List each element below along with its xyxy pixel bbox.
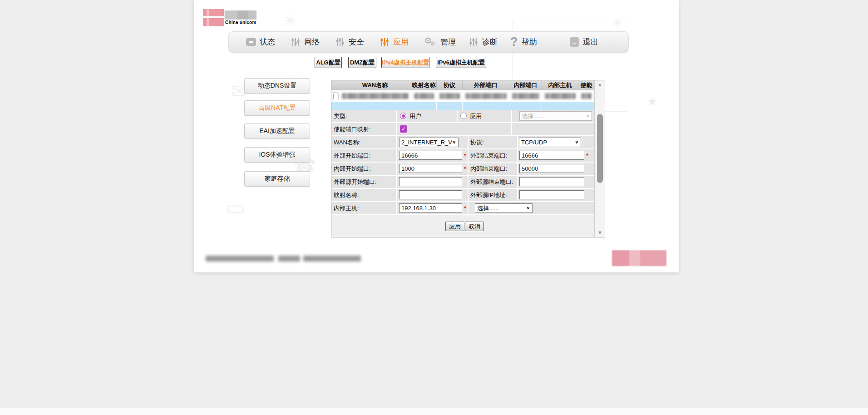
source-ip-input[interactable] xyxy=(519,190,584,199)
app-select[interactable]: 选择...... ∨ xyxy=(519,111,592,121)
nav-label: 退出 xyxy=(583,37,598,47)
radio-app-label: 应用 xyxy=(470,110,482,122)
cell-map-name: ---- xyxy=(411,102,437,110)
form-row-type: 类型: 用户 应用 选择...... ∨ xyxy=(331,110,594,122)
col-internal-host: 内部主机 xyxy=(542,80,578,90)
col-wan-name: WAN名称 xyxy=(339,80,411,90)
nav-item-management[interactable]: ⚙⚙ 管理 xyxy=(424,32,456,52)
scroll-down-icon[interactable]: ▼ xyxy=(595,230,605,235)
nav-item-diagnosis[interactable]: 诊断 xyxy=(469,32,498,52)
sparkle-watermark-icon: ✳ xyxy=(612,15,623,30)
form-row-source-ports: 外部源开始端口: 外部源结束端口: xyxy=(331,176,594,188)
cell-protocol: ---- xyxy=(437,102,463,110)
scrollbar-thumb[interactable] xyxy=(597,114,603,183)
internal-start-port-input[interactable] xyxy=(399,164,462,173)
content-page: ✳ ✉ ☎ ✳ ★ ▭ China unicom 状态 网络 安全 xyxy=(194,0,679,272)
cell-select: ---- xyxy=(331,102,339,110)
nav-label: 网络 xyxy=(304,37,320,47)
nav-label: 安全 xyxy=(349,37,364,47)
footer-redacted-logo xyxy=(612,250,666,266)
cell-wan-name: ---- xyxy=(339,102,411,110)
redacted-text xyxy=(342,93,409,99)
external-end-port-label: 外部结束端口: xyxy=(470,149,508,162)
internal-start-port-label: 内部开始端口: xyxy=(334,163,371,175)
required-asterisk: * xyxy=(464,152,466,159)
footer-redacted-text xyxy=(278,256,300,262)
monitor-watermark-icon: ▭ xyxy=(226,195,245,220)
external-start-port-input[interactable] xyxy=(399,151,462,160)
brand-label: China unicom xyxy=(225,20,256,25)
col-map-name: 映射名称 xyxy=(411,80,437,90)
col-enable: 使能 xyxy=(578,80,594,90)
internal-host-input[interactable] xyxy=(399,203,462,212)
sidebar-item-eai-acceleration[interactable]: EAI加速配置 xyxy=(244,124,310,139)
cancel-button[interactable]: 取消 xyxy=(465,222,484,231)
nav-item-security[interactable]: 安全 xyxy=(335,32,364,52)
apply-button[interactable]: 应用 xyxy=(445,222,464,231)
redacted-text xyxy=(465,93,507,99)
tab-ipv6-virtual-host[interactable]: IPv6虚拟主机配置 xyxy=(436,57,486,68)
host-select[interactable]: 选择...... ∨ xyxy=(475,203,533,213)
nav-label: 诊断 xyxy=(482,37,498,47)
form-row-wan-protocol: WAN名称: 2_INTERNET_R_VID ∨ 协议: TCP/UDP ∨ xyxy=(331,136,594,148)
tab-dmz-config[interactable]: DMZ配置 xyxy=(348,57,376,68)
sidebar-item-home-storage[interactable]: 家庭存储 xyxy=(244,171,310,187)
nav-item-network[interactable]: 网络 xyxy=(291,32,320,52)
brand-logo xyxy=(203,9,224,26)
table-row-selected[interactable]: ---- ---- ---- ---- ---- ---- ---- ---- xyxy=(331,101,594,110)
scroll-up-icon[interactable]: ▲ xyxy=(595,82,605,87)
tab-ipv4-virtual-host[interactable]: IPv4虚拟主机配置 xyxy=(381,57,429,68)
brand-name-redacted xyxy=(225,10,256,20)
col-select xyxy=(331,80,339,90)
nav-item-help[interactable]: ? 帮助 xyxy=(510,32,537,52)
external-start-port-label: 外部开始端口: xyxy=(334,149,371,162)
status-monitor-icon xyxy=(246,38,256,46)
sidebar-label: EAI加速配置 xyxy=(259,127,295,135)
redacted-text xyxy=(439,93,460,99)
internal-end-port-input[interactable] xyxy=(519,164,584,173)
sidebar-item-dynamic-dns[interactable]: 动态DNS设置 xyxy=(244,78,310,94)
nav-item-status[interactable]: 状态 xyxy=(246,32,275,52)
wan-name-select[interactable]: 2_INTERNET_R_VID ∨ xyxy=(399,138,459,147)
screen: ✳ ✉ ☎ ✳ ★ ▭ China unicom 状态 网络 安全 xyxy=(0,0,868,415)
redacted-text xyxy=(512,93,539,99)
tab-label: IPv4虚拟主机配置 xyxy=(382,59,429,67)
redacted-text xyxy=(414,93,434,99)
sidebar-item-ios-experience[interactable]: IOS体验增强 xyxy=(244,147,310,163)
vertical-scrollbar[interactable]: ▲ ▼ xyxy=(594,80,605,237)
radio-type-app[interactable] xyxy=(460,113,467,119)
sidebar-label: 动态DNS设置 xyxy=(258,82,297,90)
source-ip-label: 外部源IP地址: xyxy=(470,189,507,201)
source-start-port-input[interactable] xyxy=(399,177,462,186)
check-icon: ✓ xyxy=(401,126,406,132)
form-row-internal-host: 内部主机: * 选择...... ∨ xyxy=(331,202,594,214)
wan-name-value: 2_INTERNET_R_VID xyxy=(401,139,452,146)
cell-internal-host: ---- xyxy=(542,102,578,110)
row-select-box[interactable]: [ xyxy=(332,92,339,100)
chevron-down-icon: ∨ xyxy=(452,140,456,144)
logout-icon: → xyxy=(570,37,579,47)
sparkle-watermark-icon: ✳ xyxy=(284,12,297,30)
required-asterisk: * xyxy=(586,152,588,159)
chevron-down-icon: ∨ xyxy=(586,114,590,118)
wan-name-label: WAN名称: xyxy=(334,136,360,148)
tab-alg-config[interactable]: ALG配置 xyxy=(315,57,342,68)
equalizer-icon-active xyxy=(380,37,390,47)
col-protocol: 协议 xyxy=(437,80,463,90)
tab-label: DMZ配置 xyxy=(350,59,375,67)
enable-mapping-checkbox[interactable]: ✓ xyxy=(400,125,407,133)
external-end-port-input[interactable] xyxy=(519,151,584,160)
sidebar-item-advanced-nat[interactable]: 高级NAT配置 xyxy=(244,100,310,116)
radio-user-label: 用户 xyxy=(409,110,421,122)
nav-item-logout[interactable]: → 退出 xyxy=(570,32,598,52)
nav-item-application[interactable]: 应用 xyxy=(380,32,409,52)
question-icon: ? xyxy=(510,36,518,48)
cell-enable: ---- xyxy=(578,102,594,110)
table-row-redacted[interactable]: [ xyxy=(331,91,594,101)
source-end-port-input[interactable] xyxy=(519,177,584,186)
table-header: WAN名称 映射名称 协议 外部端口 内部端口 内部主机 使能 xyxy=(331,80,594,91)
app-select-value: 选择...... xyxy=(522,112,543,120)
map-name-input[interactable] xyxy=(399,190,462,199)
radio-type-user[interactable] xyxy=(400,113,406,119)
protocol-select[interactable]: TCP/UDP ∨ xyxy=(519,138,581,147)
